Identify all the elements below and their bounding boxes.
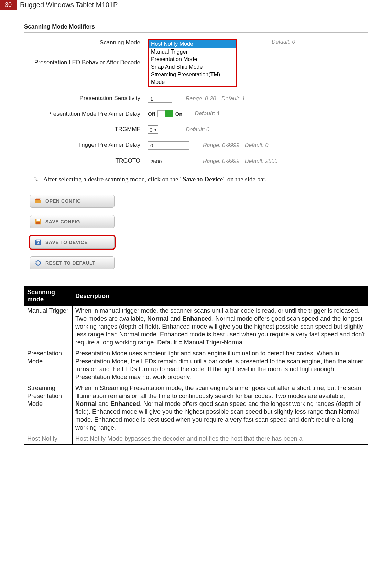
label-sensitivity: Presentation Sensitivity <box>24 95 148 102</box>
scanning-mode-default: Default: 0 <box>272 39 295 45</box>
cell-desc: When in manual trigger mode, the scanner… <box>73 306 368 348</box>
reset-to-default-button[interactable]: RESET TO DEFAULT <box>30 256 115 269</box>
sidebar-panel: OPEN CONFIG SAVE CONFIG SAVE TO DEVICE R… <box>24 188 120 278</box>
label-trgoto: TRGOTO <box>24 157 148 165</box>
dropdown-option[interactable]: Presentation Mode <box>149 56 236 63</box>
sensitivity-range: Range: 0-20 <box>186 96 216 102</box>
row-trgmmf: TRGMMF 0 ▾ Default: 0 <box>24 125 368 134</box>
trgoto-range: Range: 0-9999 <box>203 158 239 164</box>
th-desc: Description <box>73 287 368 306</box>
dropdown-option[interactable]: Manual Trigger <box>149 48 236 56</box>
trgoto-input[interactable] <box>148 157 189 165</box>
trg-pre-aimer-range: Range: 0-9999 <box>203 142 239 148</box>
trgmmf-default: Default: 0 <box>186 126 209 133</box>
svg-rect-2 <box>36 222 40 224</box>
row-sensitivity: Presentation Sensitivity Range: 0-20 Def… <box>24 95 368 103</box>
dropdown-option[interactable]: Snap And Ship Mode <box>149 63 236 71</box>
aimer-delay-switch[interactable]: Off On Default: 1 <box>148 110 220 117</box>
step-text-bold: Save to Device <box>183 176 223 183</box>
reset-icon <box>34 259 42 267</box>
page-header: 30 Rugged Windows Tablet M101P <box>0 0 392 10</box>
table-row: Manual Trigger When in manual trigger mo… <box>24 306 368 348</box>
table-row: Presentation Mode Presentation Mode uses… <box>24 348 368 383</box>
trgmmf-value: 0 <box>150 127 152 133</box>
page-number-badge: 30 <box>0 0 17 10</box>
row-trgoto: TRGOTO Range: 0-9999 Default: 2500 <box>24 157 368 165</box>
trg-pre-aimer-input[interactable] <box>148 141 189 150</box>
instruction-step-3: 3. After selecting a desire scanning mod… <box>34 176 368 183</box>
th-mode: Scanning mode <box>24 287 73 306</box>
cell-mode: Streaming Presentation Mode <box>24 383 73 433</box>
label-trgmmf: TRGMMF <box>24 125 148 133</box>
sensitivity-default: Default: 1 <box>221 96 245 102</box>
dropdown-option[interactable]: Streaming Presentation(TM) Mode <box>149 71 236 86</box>
trg-pre-aimer-default: Default: 0 <box>245 142 268 148</box>
cell-mode: Manual Trigger <box>24 306 73 348</box>
scanning-mode-dropdown[interactable]: Host Notify Mode Manual Trigger Presenta… <box>148 39 237 87</box>
panel-title: Scanning Mode Modifiers <box>24 23 368 33</box>
step-text-after: " on the side bar. <box>223 176 267 183</box>
label-aimer-delay: Presentation Mode Pre Aimer Delay <box>24 110 148 118</box>
table-row: Streaming Presentation Mode When in Stre… <box>24 383 368 433</box>
cell-desc: Host Notify Mode bypasses the decoder an… <box>73 433 368 444</box>
save-to-device-button[interactable]: SAVE TO DEVICE <box>30 236 115 249</box>
switch-on-label: On <box>175 111 183 117</box>
save-icon <box>34 218 42 225</box>
trgoto-default: Default: 2500 <box>245 158 277 164</box>
row-aimer-delay: Presentation Mode Pre Aimer Delay Off On… <box>24 110 368 118</box>
svg-rect-4 <box>36 240 40 242</box>
step-text-before: After selecting a desire scanning mode, … <box>43 176 183 183</box>
cell-mode: Presentation Mode <box>24 348 73 383</box>
table-row: Host Notify Host Notify Mode bypasses th… <box>24 433 368 444</box>
trgmmf-select[interactable]: 0 ▾ <box>148 125 158 134</box>
label-trg-pre-aimer: Trigger Pre Aimer Delay <box>24 141 148 149</box>
cell-desc: Presentation Mode uses ambient light and… <box>73 348 368 383</box>
save-config-label: SAVE CONFIG <box>45 219 80 224</box>
reset-to-default-label: RESET TO DEFAULT <box>45 260 95 266</box>
switch-knob <box>165 110 173 117</box>
dropdown-selected[interactable]: Host Notify Mode <box>149 40 236 48</box>
open-config-label: OPEN CONFIG <box>45 198 81 204</box>
switch-track[interactable] <box>157 110 173 117</box>
sensitivity-input[interactable] <box>148 95 172 103</box>
save-config-button[interactable]: SAVE CONFIG <box>30 215 115 228</box>
switch-off-label: Off <box>148 111 155 117</box>
folder-open-icon <box>34 197 42 205</box>
row-scanning-mode: Scanning Mode Presentation LED Behavior … <box>24 39 368 87</box>
cell-mode: Host Notify <box>24 433 73 444</box>
scanning-modes-table: Scanning mode Description Manual Trigger… <box>24 286 368 445</box>
doc-title: Rugged Windows Tablet M101P <box>20 1 118 9</box>
open-config-button[interactable]: OPEN CONFIG <box>30 195 115 208</box>
device-save-icon <box>34 239 42 246</box>
cell-desc: When in Streaming Presentation mode, the… <box>73 383 368 433</box>
svg-rect-1 <box>36 219 40 221</box>
chevron-down-icon: ▾ <box>154 127 156 132</box>
save-to-device-label: SAVE TO DEVICE <box>45 240 88 245</box>
row-trg-pre-aimer: Trigger Pre Aimer Delay Range: 0-9999 De… <box>24 141 368 150</box>
step-number: 3. <box>34 176 39 183</box>
aimer-delay-default: Default: 1 <box>195 111 220 117</box>
